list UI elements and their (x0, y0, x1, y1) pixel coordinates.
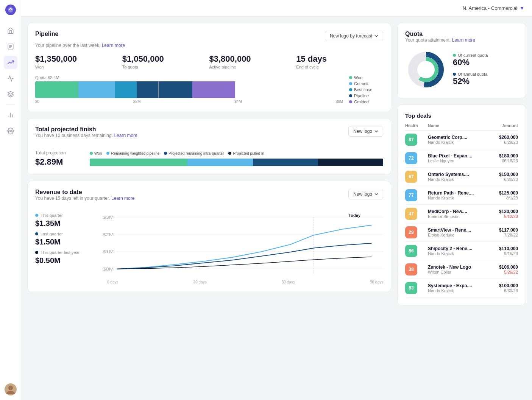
bar-won (35, 81, 78, 98)
deal-name-col: Shipocity 2 - Rene.... Nando Krajcik (428, 246, 484, 256)
rev-legend-this-quarter: This quarter (35, 213, 84, 218)
current-quota-value: 60% (453, 58, 488, 67)
pipeline-card-header: Pipeline New logo by forecast (35, 31, 383, 41)
svg-text:$3M: $3M (103, 215, 114, 219)
quota-card: Quota Your quota attainment. Learn more (397, 23, 526, 98)
proj-title: Total projected finish (35, 126, 137, 133)
deal-name-col: Geometric Corp.... Nando Krajcik (428, 135, 484, 145)
pipeline-stat-cycle: 15 days End of cycle (296, 54, 383, 69)
pipeline-stat-quota: $1,050,000 To quota (122, 54, 209, 69)
proj-header-row: Total projected finish You have 10 busin… (35, 126, 383, 144)
proj-dropdown-label: New logo (353, 129, 372, 134)
bar-best (115, 81, 137, 98)
sidebar-item-document[interactable] (4, 40, 17, 53)
sidebar-item-home[interactable] (4, 24, 17, 37)
revenue-dropdown[interactable]: New logo (348, 189, 383, 199)
current-quota-label: Of current quota (453, 53, 488, 58)
pipeline-bar-track (35, 81, 343, 98)
revenue-learn-more[interactable]: Learn more (111, 196, 134, 201)
svg-point-11 (8, 386, 13, 390)
proj-right: Won Remaining weighted pipeline Projecte… (90, 151, 383, 166)
user-avatar[interactable] (5, 383, 17, 395)
annual-quota-value: 52% (453, 76, 488, 86)
annual-quota-label: Of annual quota (453, 72, 488, 76)
deal-name: Return Path - Rene.... (428, 190, 484, 196)
main-container: N. America - Commercial ▼ Pipeline New l… (21, 0, 532, 400)
region-selector[interactable]: N. America - Commercial ▼ (463, 5, 524, 11)
deal-person: Nando Krajcik (428, 288, 484, 293)
legend-item-bestcase: Best case (349, 87, 383, 92)
table-row[interactable]: 29 SmartView - Rene.... Eloise Kerluke $… (405, 223, 518, 242)
total-projected-card: Total projected finish You have 10 busin… (27, 118, 391, 175)
deal-name-col: Return Path - Rene.... Nando Krajcik (428, 190, 484, 200)
bar-omitted (192, 81, 236, 98)
table-row[interactable]: 47 MediCorp - New.... Eleanor Simpson $1… (405, 205, 518, 223)
deals-col-health: Health (405, 123, 428, 128)
deal-name: Systemque - Expa.... (428, 283, 484, 288)
deal-health-col: 29 (405, 226, 428, 238)
table-row[interactable]: 83 Systemque - Expa.... Nando Krajcik $1… (405, 279, 518, 297)
deal-health-col: 67 (405, 171, 428, 183)
proj-legend-dot-intra (164, 152, 167, 155)
pipeline-card: Pipeline New logo by forecast Your pipel… (27, 23, 391, 112)
proj-dropdown[interactable]: New logo (348, 126, 383, 137)
table-row[interactable]: 87 Geometric Corp.... Nando Krajcik $260… (405, 131, 518, 149)
deal-date: 6/30/23 (484, 288, 518, 293)
sidebar-item-bar-chart[interactable] (4, 108, 17, 122)
legend-item-commit: Commit (349, 81, 383, 86)
current-quota-dot (453, 54, 456, 57)
sidebar-item-settings[interactable] (4, 124, 17, 138)
proj-legend-intra: Projected remaining intra-quarter (164, 151, 224, 156)
legend-item-omitted: Omitted (349, 100, 383, 104)
deal-amount-col: $180,000 06/18/23 (484, 153, 518, 163)
deal-amount-col: $110,000 9/15/23 (484, 246, 518, 256)
legend-dot-omitted (349, 100, 352, 103)
svg-text:$1M: $1M (103, 250, 114, 254)
pipeline-learn-more[interactable]: Learn more (102, 43, 125, 48)
deal-amount: $100,000 (484, 283, 518, 288)
sidebar-item-layers[interactable] (4, 87, 17, 101)
deal-amount: $110,000 (484, 246, 518, 251)
deal-name: SmartView - Rene.... (428, 227, 484, 233)
sidebar-item-analytics[interactable] (4, 56, 17, 69)
sidebar-item-pulse[interactable] (4, 72, 17, 85)
pipeline-legend: Won Commit Best case Pipeline (349, 75, 383, 104)
rev-dot-last-year (35, 251, 38, 254)
content-area: Pipeline New logo by forecast Your pipel… (21, 17, 532, 400)
deal-person: Wilton Colier (428, 270, 484, 274)
table-row[interactable]: 72 Blue Pixel - Expan.... Leslie Nguyen … (405, 149, 518, 168)
pipeline-x-axis: $0 $2M $4M $6M (35, 100, 343, 104)
app-logo[interactable] (5, 5, 16, 15)
quota-learn-more[interactable]: Learn more (452, 37, 475, 43)
rev-legend-last-quarter: Last quarter (35, 232, 84, 236)
pipeline-stat-active: $3,800,000 Active pipeline (209, 54, 296, 69)
pipeline-subtitle: Your pipeline over the last week. Learn … (35, 43, 383, 48)
proj-bar-intra (253, 159, 318, 166)
deal-amount: $150,000 (484, 172, 518, 177)
revenue-content: This quarter $1.35M Last quarter $1.50M … (35, 213, 383, 284)
deal-name-col: Systemque - Expa.... Nando Krajcik (428, 283, 484, 293)
table-row[interactable]: 38 Zenotek - New Logo Wilton Colier $106… (405, 260, 518, 279)
deal-amount: $106,000 (484, 265, 518, 270)
deal-name: Ontario Systems.... (428, 172, 484, 177)
deal-health-col: 47 (405, 208, 428, 220)
deal-date: 8/1/23 (484, 196, 518, 200)
deal-name-col: MediCorp - New.... Eleanor Simpson (428, 209, 484, 219)
proj-learn-more[interactable]: Learn more (114, 133, 137, 138)
deal-person: Nando Krajcik (428, 251, 484, 256)
table-row[interactable]: 77 Return Path - Rene.... Nando Krajcik … (405, 186, 518, 205)
deal-name-col: Blue Pixel - Expan.... Leslie Nguyen (428, 153, 484, 163)
bar-pipeline (137, 81, 192, 98)
deal-name: MediCorp - New.... (428, 209, 484, 214)
pipeline-dropdown[interactable]: New logo by forecast (325, 31, 383, 41)
proj-label: Total projection (35, 150, 81, 156)
quota-title: Quota (405, 31, 518, 37)
deal-person: Eleanor Simpson (428, 214, 484, 219)
deal-amount-col: $117,000 7/28/22 (484, 227, 518, 237)
table-row[interactable]: 86 Shipocity 2 - Rene.... Nando Krajcik … (405, 242, 518, 260)
deal-amount-col: $120,000 5/12/23 (484, 209, 518, 219)
pipeline-bars: Quota $2.4M $0 (35, 75, 343, 104)
proj-legend-rem: Remaining weighted pipeline (106, 151, 159, 156)
deal-date: 7/28/22 (484, 233, 518, 237)
table-row[interactable]: 67 Ontario Systems.... Nando Krajcik $15… (405, 168, 518, 186)
